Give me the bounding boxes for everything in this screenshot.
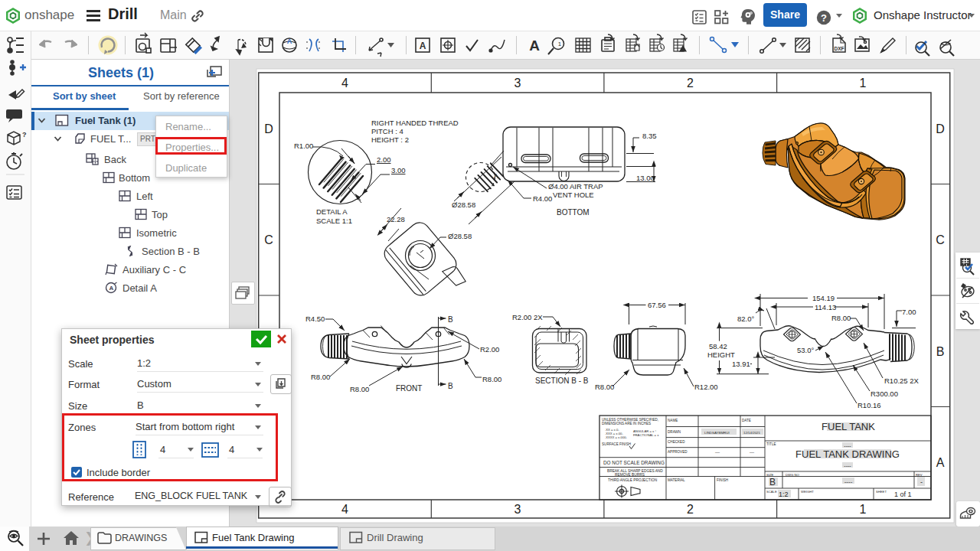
svg-text:R10.25 2X: R10.25 2X bbox=[884, 377, 920, 385]
svg-text:53.0°: 53.0° bbox=[797, 346, 814, 354]
svg-text:DWG NO: DWG NO bbox=[786, 473, 799, 477]
svg-text:REV: REV bbox=[916, 473, 923, 477]
svg-text:R8.00: R8.00 bbox=[482, 375, 501, 383]
svg-text:MATERIAL: MATERIAL bbox=[668, 478, 685, 482]
svg-text:PITCH : 4: PITCH : 4 bbox=[371, 127, 403, 135]
svg-text:—: — bbox=[715, 450, 720, 455]
svg-text:BOTTOM: BOTTOM bbox=[557, 208, 590, 217]
svg-text:C: C bbox=[936, 233, 945, 246]
svg-text:FUEL TANK: FUEL TANK bbox=[822, 421, 875, 432]
svg-text:SHEET: SHEET bbox=[876, 490, 887, 494]
svg-text:WEIGHT: WEIGHT bbox=[801, 490, 814, 494]
svg-text:R12.00: R12.00 bbox=[694, 383, 718, 391]
svg-text:12/14/2021: 12/14/2021 bbox=[743, 431, 761, 435]
svg-text:R8.00: R8.00 bbox=[350, 385, 369, 393]
svg-text:82.0°: 82.0° bbox=[737, 315, 754, 323]
svg-text:.XXXX = ±.000-: .XXXX = ±.000- bbox=[605, 435, 628, 439]
svg-text:R8.00: R8.00 bbox=[831, 314, 851, 322]
svg-text:B: B bbox=[448, 315, 453, 324]
svg-text:VENT HOLE: VENT HOLE bbox=[553, 191, 594, 199]
svg-text:DO NOT SCALE DRAWING: DO NOT SCALE DRAWING bbox=[603, 460, 665, 465]
svg-text:22.28: 22.28 bbox=[387, 215, 405, 223]
svg-text:TITLE: TITLE bbox=[766, 442, 776, 446]
svg-text:LINDSAYBMRUI: LINDSAYBMRUI bbox=[704, 431, 730, 435]
svg-text:13.00: 13.00 bbox=[636, 174, 655, 182]
svg-text:?: ? bbox=[821, 12, 827, 24]
svg-text:C: C bbox=[264, 233, 273, 246]
svg-text:FRONT: FRONT bbox=[396, 384, 422, 393]
svg-text:Ø28.58: Ø28.58 bbox=[452, 201, 475, 209]
svg-text:-: - bbox=[920, 478, 923, 486]
svg-text:SCALE: SCALE bbox=[766, 490, 777, 494]
svg-text:2.00: 2.00 bbox=[377, 155, 391, 164]
svg-text:D: D bbox=[936, 122, 945, 135]
svg-text:R8.00: R8.00 bbox=[311, 373, 330, 381]
svg-text:REMOVE BURRS: REMOVE BURRS bbox=[615, 473, 645, 477]
svg-text:1: 1 bbox=[860, 77, 867, 90]
svg-text:1: 1 bbox=[860, 503, 867, 516]
svg-text:1: 1 bbox=[558, 41, 562, 47]
svg-text:Ø28.58: Ø28.58 bbox=[448, 232, 472, 240]
svg-text:FINISH: FINISH bbox=[717, 478, 728, 482]
svg-text:58.42: 58.42 bbox=[709, 342, 727, 350]
svg-text:A: A bbox=[529, 37, 540, 54]
svg-text:B: B bbox=[448, 382, 453, 390]
svg-text:DRAWN: DRAWN bbox=[668, 430, 681, 434]
svg-text:R10.16: R10.16 bbox=[858, 401, 881, 409]
svg-text:A: A bbox=[420, 41, 426, 51]
svg-text:FUEL TANK DRAWING: FUEL TANK DRAWING bbox=[795, 448, 900, 460]
svg-text:CHECKED: CHECKED bbox=[668, 440, 685, 444]
svg-text:R1.00: R1.00 bbox=[294, 142, 313, 150]
svg-text:?: ? bbox=[22, 131, 27, 139]
svg-text:A: A bbox=[109, 285, 114, 292]
svg-text:154.19: 154.19 bbox=[812, 294, 835, 302]
svg-text:DXF: DXF bbox=[835, 46, 844, 51]
svg-text:4: 4 bbox=[341, 77, 348, 90]
svg-text:Ø4.00 AIR TRAP: Ø4.00 AIR TRAP bbox=[548, 182, 603, 191]
svg-text:----: ---- bbox=[844, 463, 851, 468]
svg-text:UNLESS OTHERWISE SPECIFIED,: UNLESS OTHERWISE SPECIFIED, bbox=[602, 418, 658, 422]
svg-text:DATE: DATE bbox=[742, 419, 751, 422]
svg-text:RIGHT HANDED THREAD: RIGHT HANDED THREAD bbox=[371, 119, 459, 127]
svg-text:3: 3 bbox=[514, 77, 521, 90]
svg-text:DETAIL A: DETAIL A bbox=[316, 207, 348, 216]
svg-text:13.91: 13.91 bbox=[732, 360, 750, 368]
svg-text:NAME: NAME bbox=[668, 419, 678, 422]
svg-text:R2.00: R2.00 bbox=[480, 345, 499, 354]
svg-text:—: — bbox=[750, 450, 754, 455]
svg-text:2: 2 bbox=[687, 503, 694, 516]
svg-text:R4.50: R4.50 bbox=[305, 315, 325, 323]
svg-text:B: B bbox=[936, 345, 945, 358]
svg-text:1:2: 1:2 bbox=[779, 491, 789, 498]
svg-text:APPROVED: APPROVED bbox=[668, 450, 688, 454]
svg-text:7.00: 7.00 bbox=[902, 308, 916, 316]
svg-text:A: A bbox=[494, 172, 498, 180]
svg-text:8.35: 8.35 bbox=[642, 132, 657, 140]
svg-text:FRACTIONAL = ±: FRACTIONAL = ± bbox=[633, 433, 659, 437]
svg-text:2: 2 bbox=[687, 77, 694, 90]
svg-text:D: D bbox=[264, 122, 273, 135]
svg-text:B: B bbox=[769, 477, 776, 487]
svg-text:R4.00: R4.00 bbox=[533, 194, 552, 203]
svg-text:114.13: 114.13 bbox=[815, 303, 836, 311]
svg-text:DIMENSIONS ARE IN INCHES: DIMENSIONS ARE IN INCHES bbox=[602, 422, 651, 425]
svg-text:----: ---- bbox=[844, 478, 853, 485]
svg-text:1 of 1: 1 of 1 bbox=[894, 491, 912, 498]
svg-text:3: 3 bbox=[514, 503, 521, 516]
svg-text:THIRD ANGLE PROJECTION: THIRD ANGLE PROJECTION bbox=[608, 478, 658, 482]
svg-text:SURFACE FINISH: SURFACE FINISH bbox=[602, 442, 631, 446]
svg-text:A: A bbox=[287, 37, 292, 45]
svg-text:SCALE 1:1: SCALE 1:1 bbox=[316, 217, 352, 225]
svg-text:----: ---- bbox=[844, 443, 851, 448]
svg-text:R8.00: R8.00 bbox=[595, 383, 614, 391]
svg-text:R2.00 2X: R2.00 2X bbox=[512, 313, 543, 321]
svg-text:HEIGHT : 2: HEIGHT : 2 bbox=[371, 135, 409, 144]
svg-text:4: 4 bbox=[341, 503, 348, 516]
svg-text:67.56: 67.56 bbox=[648, 301, 666, 309]
svg-text:3.00: 3.00 bbox=[391, 166, 406, 174]
svg-text:SECTION B - B: SECTION B - B bbox=[535, 377, 589, 385]
svg-text:A: A bbox=[936, 456, 945, 469]
svg-text:R300.00: R300.00 bbox=[871, 390, 898, 398]
svg-text:HEIGHT: HEIGHT bbox=[707, 350, 735, 359]
